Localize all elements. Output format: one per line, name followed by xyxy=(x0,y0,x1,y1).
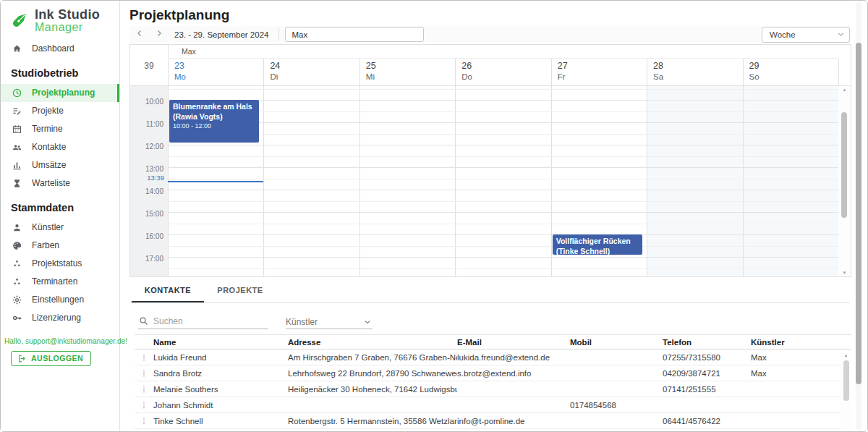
logout-button[interactable]: AUSLOGGEN xyxy=(11,351,91,366)
sidebar-item-projektplanung[interactable]: Projektplanung xyxy=(1,84,119,102)
table-scroll-up-icon[interactable]: ▲ xyxy=(841,353,851,357)
date-range-label[interactable]: 23. - 29. September 2024 xyxy=(174,30,268,39)
drag-handle-icon[interactable] xyxy=(139,415,149,427)
column-header-name[interactable]: Name xyxy=(153,338,288,347)
tab-kontakte[interactable]: KONTAKTE xyxy=(132,279,204,302)
prev-week-button[interactable] xyxy=(129,27,149,42)
drag-handle-icon[interactable] xyxy=(139,399,149,411)
day-header-mo[interactable]: 23Mo xyxy=(168,59,263,85)
table-scrollbar-thumb[interactable] xyxy=(843,360,849,401)
calendar-toolbar: 23. - 29. September 2024 Woche xyxy=(129,26,850,43)
calendar-event[interactable]: Blumenranke am Hals (Rawia Vogts)10:00 -… xyxy=(169,100,259,143)
sidebar-item-label: Farben xyxy=(32,240,59,250)
table-scrollbar[interactable]: ▲ xyxy=(841,352,851,432)
sidebar-item-termine[interactable]: Termine xyxy=(1,120,119,138)
table-row[interactable]: Tinke SchnellRotenbergstr. 5 Hermannstei… xyxy=(135,413,851,429)
day-header-fr[interactable]: 27Fr xyxy=(551,59,647,85)
page-scrollbar-thumb[interactable] xyxy=(856,43,861,384)
calendar-event[interactable]: Vollflächiger Rücken (Tinke Schnell)16:0… xyxy=(553,234,642,255)
next-week-button[interactable] xyxy=(149,27,169,42)
day-number: 25 xyxy=(366,61,455,72)
table-row[interactable]: Melanie SouthersHeiligenäcker 30 Hohenec… xyxy=(135,381,851,397)
column-header-telefon[interactable]: Telefon xyxy=(663,338,751,347)
column-header-mobil[interactable]: Mobil xyxy=(570,338,663,347)
day-abbr: Mi xyxy=(366,72,455,81)
scroll-down-icon[interactable]: ▼ xyxy=(838,271,851,275)
search-input[interactable] xyxy=(153,316,268,326)
sidebar-item-einstellungen[interactable]: Einstellungen xyxy=(1,291,119,309)
artist-filter-input[interactable] xyxy=(285,27,424,42)
sidebar-item-dashboard[interactable]: Dashboard xyxy=(1,40,119,58)
chevron-right-icon xyxy=(154,28,164,41)
current-time-label: 13:39 xyxy=(147,174,164,182)
sidebar-item-label: Dashboard xyxy=(32,43,75,54)
event-time: 10:00 - 12:00 xyxy=(173,122,255,130)
day-header-sa[interactable]: 28Sa xyxy=(647,59,742,85)
sidebar-item-label: Kontakte xyxy=(32,142,66,152)
calendar-column-so[interactable] xyxy=(743,86,838,276)
calendar-column-do[interactable] xyxy=(455,86,550,276)
column-header-e-mail[interactable]: E-Mail xyxy=(457,338,570,347)
day-header-so[interactable]: 29So xyxy=(743,59,838,85)
drag-handle-icon[interactable] xyxy=(139,352,149,363)
calendar-icon xyxy=(12,124,22,135)
table-row[interactable]: Lukida FreundAm Hirschgraben 7 Graben, 7… xyxy=(135,350,851,365)
dots-icon xyxy=(12,276,22,287)
time-label: 12:00 xyxy=(145,143,163,151)
scroll-up-icon[interactable]: ▲ xyxy=(838,88,851,92)
calendar-column-mi[interactable] xyxy=(359,86,455,276)
brand-line1: Ink Studio xyxy=(35,8,100,22)
sidebar-item-warteliste[interactable]: Warteliste xyxy=(1,174,119,192)
view-mode-value: Woche xyxy=(770,30,796,39)
page-scrollbar[interactable] xyxy=(856,2,861,430)
sidebar-item-label: Einstellungen xyxy=(32,295,84,305)
day-abbr: Fr xyxy=(558,72,647,81)
artist-filter-select[interactable]: Künstler xyxy=(286,317,373,329)
table-row[interactable]: Sandra BrotzLehrhofsweg 22 Brundorf, 287… xyxy=(135,365,851,381)
app-logo[interactable]: Ink Studio Manager xyxy=(1,1,119,36)
day-header-do[interactable]: 26Do xyxy=(455,59,550,85)
event-title: Blumenranke am Hals (Rawia Vogts) xyxy=(173,102,255,122)
table-filters: Künstler xyxy=(138,310,850,329)
logout-label: AUSLOGGEN xyxy=(31,354,83,363)
calendar-scrollbar[interactable]: ▲ ▼ xyxy=(838,86,851,276)
drag-handle-icon[interactable] xyxy=(139,384,149,395)
user-greeting: Hallo, support@inkstudiomanager.de! xyxy=(1,337,119,345)
cell-name: Sandra Brotz xyxy=(153,369,288,378)
day-header-mi[interactable]: 25Mi xyxy=(359,59,455,85)
day-header-di[interactable]: 24Di xyxy=(263,59,359,85)
pen-logo-icon xyxy=(10,10,30,30)
cell-adresse: Heiligenäcker 30 Hoheneck, 71642 Ludwigs… xyxy=(288,385,457,394)
sidebar-item-lizenzierung[interactable]: Lizenzierung xyxy=(1,309,119,327)
calendar-column-di[interactable] xyxy=(263,86,359,276)
cell-mobil: 0174854568 xyxy=(570,401,663,410)
cell-name: Lukida Freund xyxy=(153,353,288,362)
column-header-kunstler[interactable]: Künstler xyxy=(751,338,851,347)
sidebar-item-farben[interactable]: Farben xyxy=(1,237,119,255)
sidebar-item-label: Projektplanung xyxy=(32,88,95,98)
column-header-adresse[interactable]: Adresse xyxy=(288,338,457,347)
gear-icon xyxy=(12,295,22,305)
chevron-left-icon xyxy=(135,28,145,41)
view-mode-select[interactable]: Woche xyxy=(762,27,850,43)
sidebar-section-studiobetrieb: Studiobetrieb xyxy=(1,58,119,84)
table-row[interactable]: Mariete BrauneAm Landhaus 29 Langenhain,… xyxy=(135,429,851,432)
sidebar-item-projekte[interactable]: Projekte xyxy=(1,102,119,120)
list-edit-icon xyxy=(12,106,22,117)
sidebar-item-projektstatus[interactable]: Projektstatus xyxy=(1,255,119,273)
sidebar-item-terminarten[interactable]: Terminarten xyxy=(1,273,119,291)
calendar-body: 10:0011:0012:0013:0014:0015:0016:0017:00… xyxy=(130,86,851,276)
sidebar-item-kunstler[interactable]: Künstler xyxy=(1,219,119,237)
table-row[interactable]: Johann Schmidt0174854568 xyxy=(135,397,851,413)
time-label: 10:00 xyxy=(145,98,163,106)
time-gutter: 10:0011:0012:0013:0014:0015:0016:0017:00… xyxy=(130,86,168,276)
calendar-column-sa[interactable] xyxy=(647,86,742,276)
resource-label: Max xyxy=(168,45,838,59)
calendar-scrollbar-thumb[interactable] xyxy=(841,112,847,218)
bar-chart-icon xyxy=(12,160,22,171)
tab-projekte[interactable]: PROJEKTE xyxy=(204,279,276,302)
sidebar-item-kontakte[interactable]: Kontakte xyxy=(1,138,119,156)
brand-line2: Manager xyxy=(35,22,100,33)
drag-handle-icon[interactable] xyxy=(139,368,149,379)
sidebar-item-umsatze[interactable]: Umsätze xyxy=(1,156,119,174)
